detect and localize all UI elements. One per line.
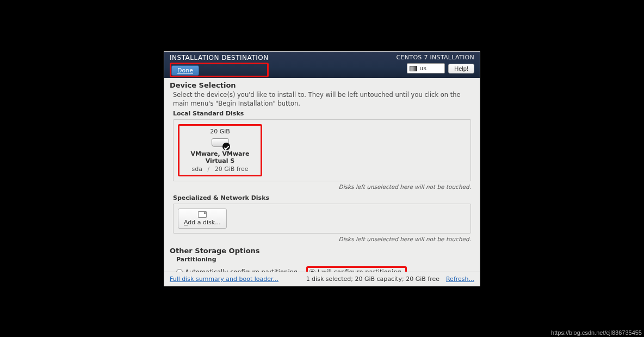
- header-right: CENTOS 7 INSTALLATION us Help!: [397, 54, 474, 73]
- watermark: https://blog.csdn.net/cjl836735455: [551, 329, 642, 336]
- help-button[interactable]: Help!: [448, 64, 474, 73]
- page-title: INSTALLATION DESTINATION: [170, 54, 269, 62]
- selected-check-icon: [222, 143, 230, 150]
- refresh-link[interactable]: Refresh...: [446, 275, 474, 283]
- header-right-row: us Help!: [407, 63, 474, 73]
- disk-summary-link[interactable]: Full disk summary and boot loader...: [170, 275, 278, 283]
- network-disks-hint: Disks left unselected here will not be t…: [170, 236, 471, 242]
- other-storage-heading: Other Storage Options: [170, 247, 474, 255]
- done-highlight: Done: [170, 63, 269, 77]
- partitioning-radio-row: Automatically configure partitioning. I …: [176, 266, 474, 272]
- installer-window: INSTALLATION DESTINATION Done CENTOS 7 I…: [164, 52, 480, 286]
- radio-icon: [176, 269, 183, 272]
- radio-manual-partitioning[interactable]: I will configure partitioning.: [309, 268, 404, 272]
- add-disk-button[interactable]: Add a disk...: [178, 209, 227, 229]
- main-body: Device Selection Select the device(s) yo…: [164, 78, 480, 272]
- disk-add-icon: [198, 211, 207, 218]
- distro-label: CENTOS 7 INSTALLATION: [397, 54, 474, 61]
- partitioning-label: Partitioning: [176, 256, 474, 263]
- header-bar: INSTALLATION DESTINATION Done CENTOS 7 I…: [164, 52, 480, 78]
- footer-status: 1 disk selected; 20 GiB capacity; 20 GiB…: [306, 275, 474, 283]
- device-selection-description: Select the device(s) you'd like to insta…: [170, 90, 474, 108]
- disk-size-label: 20 GiB: [210, 128, 230, 135]
- network-disks-heading: Specialized & Network Disks: [170, 194, 474, 201]
- done-button[interactable]: Done: [171, 65, 199, 76]
- header-left: INSTALLATION DESTINATION Done: [170, 54, 269, 77]
- keyboard-layout-label: us: [419, 65, 426, 72]
- local-disks-panel: 20 GiB VMware, VMware Virtual S sda / 20…: [173, 119, 471, 181]
- footer-bar: Full disk summary and boot loader... 1 d…: [164, 272, 480, 286]
- disk-sub-label: sda / 20 GiB free: [192, 166, 249, 173]
- device-selection-heading: Device Selection: [170, 81, 474, 89]
- disk-sda[interactable]: 20 GiB VMware, VMware Virtual S sda / 20…: [178, 124, 262, 176]
- radio-auto-partitioning[interactable]: Automatically configure partitioning.: [176, 268, 300, 272]
- radio-icon: [309, 269, 315, 272]
- keyboard-layout-selector[interactable]: us: [407, 63, 445, 73]
- network-disks-panel: Add a disk...: [173, 204, 471, 234]
- local-disks-hint: Disks left unselected here will not be t…: [170, 183, 471, 190]
- manual-partitioning-highlight: I will configure partitioning.: [306, 266, 407, 272]
- hard-drive-icon: [212, 137, 229, 149]
- disk-name-label: VMware, VMware Virtual S: [183, 150, 257, 164]
- keyboard-icon: [410, 66, 417, 71]
- local-disks-heading: Local Standard Disks: [170, 110, 474, 117]
- partitioning-section: Partitioning Automatically configure par…: [170, 256, 474, 272]
